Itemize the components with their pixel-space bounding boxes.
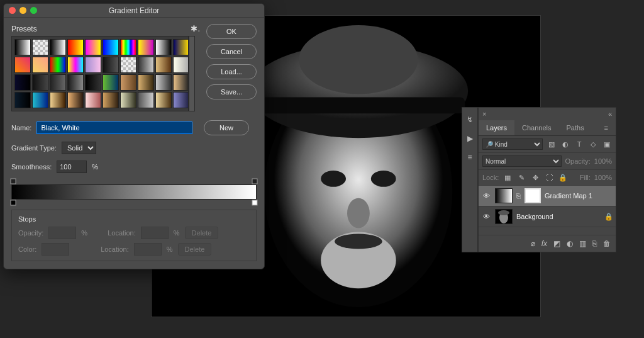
layer-thumb[interactable] [495,209,513,224]
preset-swatch[interactable] [103,39,119,55]
add-adjustment-icon[interactable]: ◐ [567,239,573,248]
stop-location-input-2[interactable] [134,243,162,256]
preset-swatch[interactable] [85,92,101,108]
new-button[interactable]: New [204,120,249,135]
preset-swatch[interactable] [85,74,101,91]
close-icon[interactable] [9,7,16,14]
layer-mask-thumb[interactable] [525,188,541,203]
preset-swatch[interactable] [50,57,66,73]
preset-swatch[interactable] [173,92,189,108]
preset-swatch[interactable] [103,57,119,73]
cancel-button[interactable]: Cancel [206,44,257,59]
preset-swatch[interactable] [103,74,119,91]
opacity-value[interactable]: 100% [594,157,612,165]
preset-swatch[interactable] [67,39,84,55]
color-stop-left[interactable] [10,200,16,206]
lock-brush-icon[interactable]: ✎ [516,172,526,183]
preset-swatch[interactable] [67,57,84,73]
layer-row[interactable]: 👁 ⎘ Gradient Map 1 [479,186,616,206]
preset-swatch[interactable] [120,92,136,108]
lock-pixels-icon[interactable]: ▦ [502,172,513,183]
preset-swatch[interactable] [85,39,101,55]
fill-value[interactable]: 100% [594,174,612,181]
filter-pixel-icon[interactable]: ▧ [547,139,557,149]
preset-swatch[interactable] [67,92,84,108]
stop-location-input-1[interactable] [141,227,169,239]
presets-scrollbar[interactable] [189,36,195,111]
gradient-bar[interactable] [11,184,257,200]
visibility-icon[interactable]: 👁 [481,213,491,220]
layer-filter-kind[interactable]: 🔎 Kind [482,138,543,150]
lock-move-icon[interactable]: ✥ [530,172,540,183]
minimize-icon[interactable] [19,7,26,14]
opacity-stop-left[interactable] [10,178,16,184]
preset-swatch[interactable] [85,57,101,73]
trash-icon[interactable]: 🗑 [603,239,611,248]
gear-icon[interactable]: ✱. [191,24,200,33]
tab-paths[interactable]: Paths [559,120,592,135]
save-button[interactable]: Save... [206,84,257,99]
dialog-titlebar[interactable]: Gradient Editor [4,4,264,18]
tab-channels[interactable]: Channels [514,120,558,135]
stop-opacity-input[interactable] [48,227,76,239]
preset-swatch[interactable] [32,57,48,73]
preset-swatch[interactable] [50,39,66,55]
layer-name[interactable]: Background [516,213,601,220]
preset-swatch[interactable] [138,39,154,55]
filter-type-icon[interactable]: T [574,139,584,149]
preset-swatch[interactable] [14,39,31,55]
preset-swatch[interactable] [155,74,172,91]
actions-icon[interactable]: ▶ [464,132,476,145]
stop-color-swatch[interactable] [42,243,69,256]
color-stop-right[interactable] [252,200,258,206]
load-button[interactable]: Load... [206,64,257,79]
panel-collapse-icon[interactable]: « [608,110,612,118]
visibility-icon[interactable]: 👁 [481,192,491,200]
preset-swatch[interactable] [103,92,119,108]
preset-swatch[interactable] [120,39,136,55]
zoom-icon[interactable] [30,7,37,14]
link-icon[interactable]: ⎘ [516,192,521,200]
ok-button[interactable]: OK [206,24,257,39]
preset-swatch[interactable] [14,92,31,108]
new-layer-icon[interactable]: ⎘ [592,239,597,248]
preset-swatch[interactable] [120,57,136,73]
blend-mode-select[interactable]: Normal [482,155,562,167]
layer-name[interactable]: Gradient Map 1 [545,192,613,200]
fx-icon[interactable]: fx [541,239,547,248]
preset-swatch[interactable] [155,39,172,55]
panel-close-icon[interactable]: × [482,110,486,118]
preset-swatch[interactable] [173,57,189,73]
preset-swatch[interactable] [32,74,48,91]
filter-adjust-icon[interactable]: ◐ [560,139,570,149]
delete-color-stop-button[interactable]: Delete [178,243,212,256]
collapsed-panel-rail[interactable]: ↯ ▶ ≡ [462,107,478,252]
link-layers-icon[interactable]: ⌀ [531,239,535,248]
tab-layers[interactable]: Layers [479,120,514,135]
preset-swatch[interactable] [138,57,154,73]
preset-swatch[interactable] [155,57,172,73]
lock-all-icon[interactable]: 🔒 [558,172,568,183]
lock-artboard-icon[interactable]: ⛶ [544,172,554,183]
preset-swatch[interactable] [138,92,154,108]
delete-opacity-stop-button[interactable]: Delete [185,227,219,239]
layer-row[interactable]: 👁 Background 🔒 [479,206,616,227]
history-icon[interactable]: ↯ [464,113,476,127]
preset-swatch[interactable] [14,74,31,91]
add-mask-icon[interactable]: ◩ [553,239,560,248]
new-group-icon[interactable]: ▥ [579,239,586,248]
properties-icon[interactable]: ≡ [464,150,476,164]
preset-swatch[interactable] [120,74,136,91]
gradient-name-input[interactable] [36,121,192,134]
preset-swatch[interactable] [67,74,84,91]
adjustment-thumb[interactable] [495,188,513,203]
gradient-type-select[interactable]: Solid [62,142,96,154]
preset-swatch[interactable] [50,92,66,108]
preset-swatch[interactable] [32,92,48,108]
preset-swatch[interactable] [50,74,66,91]
filter-shape-icon[interactable]: ◇ [588,139,598,149]
presets-grid[interactable] [11,36,189,111]
preset-swatch[interactable] [173,74,189,91]
filter-smart-icon[interactable]: ▣ [602,139,612,149]
panel-menu-icon[interactable]: ≡ [597,120,616,135]
